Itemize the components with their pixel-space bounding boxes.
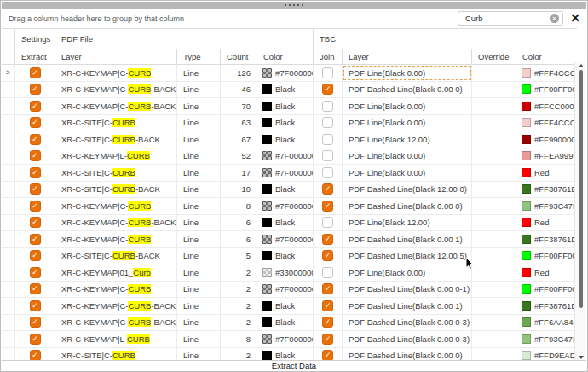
table-row[interactable]: ✓XR-C-KEYMAP|C-CURBLine6#7F000000✓PDF Da…	[2, 231, 577, 248]
vertical-scrollbar[interactable]	[574, 62, 586, 361]
override-cell[interactable]	[472, 65, 516, 81]
table-row[interactable]: ✓XR-C-SITE|C-CURBLine2Black✓PDF Dashed L…	[2, 348, 577, 362]
join-checkbox[interactable]	[322, 150, 333, 161]
extract-checkbox[interactable]: ✓	[30, 67, 41, 78]
join-checkbox[interactable]: ✓	[322, 183, 333, 195]
table-row[interactable]: ✓XR-C-SITE|C-CURB-BACKLine10Black✓PDF Da…	[2, 182, 577, 199]
table-row[interactable]: ✓XR-C-KEYMAP|L-CURBLine8#7F000000✓PDF Da…	[2, 331, 577, 348]
table-row[interactable]: ✓XR-C-SITE|C-CURBLine17#7F000000PDF Line…	[2, 165, 577, 182]
join-checkbox[interactable]: ✓	[322, 300, 333, 311]
extract-checkbox[interactable]: ✓	[30, 317, 41, 328]
table-row[interactable]: ✓XR-C-KEYMAP|C-CURB-BACKLine2Black✓PDF D…	[2, 298, 577, 315]
tbc-layer-cell[interactable]: PDF Line(Black 12.00)	[343, 131, 472, 148]
tbc-color-cell[interactable]: Red	[516, 264, 577, 281]
row-expand-cell[interactable]: >	[2, 65, 15, 81]
column-header-tbc-color[interactable]: Color	[516, 49, 577, 64]
pdf-color-cell[interactable]: #7F000000	[257, 331, 314, 347]
tbc-layer-cell[interactable]: PDF Dashed Line(Black 0.00 0)	[343, 348, 472, 362]
tbc-color-cell[interactable]: Red	[516, 215, 577, 231]
override-cell[interactable]	[472, 215, 516, 231]
tbc-color-cell[interactable]: #FF00FF00	[516, 82, 577, 98]
table-row[interactable]: ✓XR-C-KEYMAP|C-CURB-BACKLine70BlackPDF L…	[2, 98, 577, 115]
tbc-color-cell[interactable]: #FF00FF00	[516, 282, 577, 298]
tbc-layer-cell[interactable]: PDF Dashed Line(Black 0.00 0-3)	[343, 331, 472, 347]
join-checkbox[interactable]: ✓	[322, 334, 333, 345]
join-checkbox[interactable]: ✓	[322, 250, 333, 261]
pdf-color-cell[interactable]: #7F000000	[257, 231, 314, 247]
override-cell[interactable]	[472, 98, 516, 114]
pdf-color-cell[interactable]: Black	[257, 82, 314, 98]
pdf-color-cell[interactable]: #7F000000	[257, 148, 314, 165]
extract-checkbox[interactable]: ✓	[30, 234, 41, 245]
table-row[interactable]: >✓XR-C-KEYMAP|C-CURBLine126#7F000000PDF …	[2, 65, 577, 82]
close-icon[interactable]: ✕	[570, 12, 580, 25]
scroll-up-icon[interactable]	[579, 64, 584, 67]
tbc-color-cell[interactable]: #FF00FF00	[516, 248, 577, 264]
override-cell[interactable]	[472, 131, 516, 148]
override-cell[interactable]	[472, 248, 516, 264]
tbc-color-cell[interactable]: #FF93C47D	[516, 198, 577, 214]
tbc-color-cell[interactable]: #FF38761D	[516, 298, 577, 314]
extract-checkbox[interactable]: ✓	[30, 150, 41, 161]
column-header-tbc-layer[interactable]: Layer	[343, 49, 472, 64]
tbc-layer-cell[interactable]: PDF Dashed Line(Black 0.00 0)	[343, 82, 472, 98]
tbc-layer-cell[interactable]: PDF Dashed Line(Black 0.00 0-3)	[343, 315, 472, 331]
pdf-color-cell[interactable]: #33000000	[257, 264, 314, 281]
override-cell[interactable]	[472, 231, 516, 247]
extract-checkbox[interactable]: ✓	[30, 334, 41, 345]
tbc-layer-cell[interactable]: PDF Line(Black 0.00)	[343, 165, 472, 181]
override-cell[interactable]	[472, 331, 516, 347]
tbc-color-cell[interactable]: #FF38761D	[516, 182, 577, 198]
tbc-color-cell[interactable]: #FF990000	[516, 131, 577, 148]
tbc-color-cell[interactable]: #FFD9EAD3	[516, 348, 577, 362]
column-header-count[interactable]: Count	[221, 49, 257, 64]
extract-checkbox[interactable]: ✓	[30, 134, 41, 145]
table-row[interactable]: ✓XR-C-KEYMAP|L-CURBLine52#7F000000PDF Li…	[2, 148, 577, 166]
table-row[interactable]: ✓XR-C-SITE|C-CURB-BACKLine67BlackPDF Lin…	[2, 131, 577, 148]
clear-search-icon[interactable]: ✕	[550, 14, 559, 23]
tbc-color-cell[interactable]: #FF93C47D	[516, 331, 577, 347]
join-checkbox[interactable]	[322, 267, 333, 278]
table-row[interactable]: ✓XR-C-KEYMAP|C-CURB-BACKLine46Black✓PDF …	[2, 82, 577, 99]
join-checkbox[interactable]	[322, 217, 333, 228]
extract-checkbox[interactable]: ✓	[30, 201, 41, 212]
column-header-join[interactable]: Join	[314, 49, 343, 64]
table-row[interactable]: ✓XR-C-SITE|C-CURBLine63BlackPDF Line(Bla…	[2, 115, 577, 132]
extract-data-button[interactable]: Extract Data	[272, 361, 316, 370]
join-checkbox[interactable]: ✓	[322, 283, 333, 294]
table-row[interactable]: ✓XR-C-KEYMAP|01_CurbLine2#33000000PDF Li…	[2, 264, 577, 282]
override-cell[interactable]	[472, 115, 516, 131]
override-cell[interactable]	[472, 348, 516, 362]
override-cell[interactable]	[472, 148, 516, 165]
table-row[interactable]: ✓XR-C-KEYMAP|C-CURBLine2#7F000000✓PDF Da…	[2, 282, 577, 299]
scrollbar-thumb[interactable]	[579, 70, 583, 308]
extract-checkbox[interactable]: ✓	[30, 117, 41, 128]
extract-checkbox[interactable]: ✓	[30, 183, 41, 195]
tbc-layer-cell[interactable]: PDF Line(Black 12.00)	[343, 215, 472, 231]
pdf-color-cell[interactable]: Black	[257, 98, 314, 114]
group-header-pdf-file[interactable]: PDF File	[55, 29, 314, 49]
tbc-layer-cell[interactable]: PDF Line(Black 0.00)	[343, 115, 472, 131]
pdf-color-cell[interactable]: #7F000000	[257, 198, 314, 214]
column-header-extract[interactable]: Extract	[15, 49, 55, 64]
join-checkbox[interactable]	[322, 167, 333, 178]
extract-checkbox[interactable]: ✓	[30, 101, 41, 112]
pdf-color-cell[interactable]: Black	[257, 298, 314, 314]
pdf-color-cell[interactable]: #7F000000	[257, 282, 314, 298]
pdf-color-cell[interactable]: Black	[257, 131, 314, 148]
tbc-color-cell[interactable]: #FFCC0000	[516, 98, 577, 114]
group-header-settings[interactable]: Settings	[15, 29, 55, 49]
override-cell[interactable]	[472, 182, 516, 198]
pdf-color-cell[interactable]: Black	[257, 348, 314, 362]
column-header-color[interactable]: Color	[257, 49, 314, 64]
extract-checkbox[interactable]: ✓	[30, 267, 41, 278]
tbc-color-cell[interactable]: #FFEA9999	[516, 148, 577, 165]
override-cell[interactable]	[472, 282, 516, 298]
extract-checkbox[interactable]: ✓	[30, 217, 41, 228]
tbc-layer-cell[interactable]: PDF Dashed Line(Black 0.00 0-1)	[343, 282, 472, 298]
extract-checkbox[interactable]: ✓	[30, 283, 41, 294]
tbc-color-cell[interactable]: #FF6AA84F	[516, 315, 577, 331]
scroll-down-icon[interactable]	[579, 356, 584, 359]
override-cell[interactable]	[472, 315, 516, 331]
tbc-layer-cell[interactable]: PDF Dashed Line(Black 12.00 5)	[343, 248, 472, 264]
